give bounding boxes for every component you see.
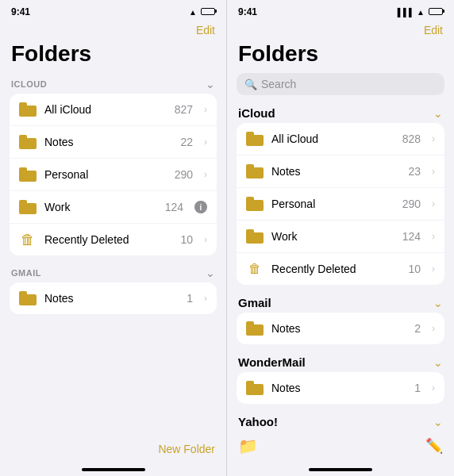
right-gmail-chevron: ⌄ — [433, 297, 443, 309]
left-icloud-section: ICLOUD ⌄ All iCloud 827 › Notes 22 › — [0, 73, 226, 255]
right-icloud-header: iCloud ⌄ — [227, 102, 454, 123]
left-row-notes[interactable]: Notes 22 › — [10, 126, 217, 159]
right-chevron-wondermail-notes: › — [432, 382, 435, 393]
right-chevron-notes: › — [432, 166, 435, 177]
search-bar[interactable]: 🔍 Search — [237, 73, 444, 95]
left-edit-button[interactable]: Edit — [196, 24, 215, 36]
right-yahoo-header: Yahoo! ⌄ — [227, 410, 454, 430]
right-name-notes: Notes — [271, 165, 400, 178]
right-row-all-icloud[interactable]: All iCloud 828 › — [237, 123, 444, 155]
trash-icon-right-recently-deleted: 🗑 — [246, 260, 264, 278]
right-wondermail-header: WonderMail ⌄ — [227, 351, 454, 372]
left-chevron-gmail-notes: › — [204, 293, 207, 304]
right-wondermail-card: Notes 1 › — [237, 372, 444, 404]
left-chevron-personal: › — [204, 169, 207, 180]
folder-icon-gmail-notes — [19, 290, 37, 307]
left-count-all-icloud: 827 — [175, 103, 193, 116]
left-chevron-notes: › — [204, 136, 207, 148]
right-wondermail-section: WonderMail ⌄ Notes 1 › — [227, 351, 454, 404]
new-folder-icon[interactable]: 📁 — [238, 436, 258, 455]
folder-icon-work — [19, 198, 37, 216]
left-home-indicator — [82, 468, 145, 471]
right-count-personal: 290 — [402, 198, 421, 210]
right-chevron-personal: › — [432, 198, 435, 209]
right-yahoo-section: Yahoo! ⌄ Notes 12 › — [227, 410, 454, 430]
right-status-bar: 9:41 ▌▌▌ ▲ — [227, 0, 454, 22]
left-icloud-chevron: ⌄ — [206, 78, 215, 90]
left-status-time: 9:41 — [11, 6, 30, 17]
left-name-personal: Personal — [44, 168, 167, 181]
folder-icon-right-all-icloud — [246, 130, 264, 148]
folder-icon-right-wondermail-notes — [246, 379, 264, 397]
left-header: Edit — [0, 22, 226, 41]
right-yahoo-label: Yahoo! — [238, 415, 278, 428]
right-count-recently-deleted: 10 — [408, 263, 421, 275]
search-icon: 🔍 — [244, 79, 257, 90]
folder-icon-right-notes — [246, 163, 264, 180]
left-status-icons: ▲ — [189, 8, 215, 17]
left-count-notes: 22 — [180, 136, 193, 148]
left-panel: 9:41 ▲ Edit Folders ICLOUD ⌄ All iCloud … — [0, 0, 227, 476]
right-count-wondermail-notes: 1 — [414, 382, 421, 394]
search-placeholder: Search — [261, 78, 296, 90]
left-name-all-icloud: All iCloud — [44, 103, 167, 116]
left-gmail-section: GMAIL ⌄ Notes 1 › — [0, 262, 226, 314]
right-chevron-all-icloud: › — [432, 133, 435, 144]
right-yahoo-chevron: ⌄ — [433, 416, 443, 428]
folder-icon-right-personal — [246, 195, 264, 213]
left-name-recently-deleted: Recently Deleted — [44, 233, 172, 246]
right-count-notes: 23 — [408, 165, 421, 178]
right-name-all-icloud: All iCloud — [271, 132, 394, 145]
left-name-notes: Notes — [44, 136, 172, 148]
right-wifi-icon: ▲ — [417, 8, 425, 17]
wifi-icon: ▲ — [189, 8, 197, 17]
left-bottom-bar: New Folder — [0, 436, 226, 465]
right-name-gmail-notes: Notes — [271, 322, 406, 335]
right-icloud-card: All iCloud 828 › Notes 23 › Personal 290… — [237, 123, 444, 285]
right-icloud-chevron: ⌄ — [433, 107, 443, 120]
right-row-notes[interactable]: Notes 23 › — [237, 155, 444, 188]
right-wondermail-chevron: ⌄ — [433, 356, 443, 369]
left-page-title: Folders — [0, 41, 226, 73]
right-name-personal: Personal — [271, 198, 394, 210]
right-row-work[interactable]: Work 124 › — [237, 221, 444, 253]
right-gmail-label: Gmail — [238, 296, 271, 309]
right-wondermail-label: WonderMail — [238, 355, 306, 369]
right-gmail-card: Notes 2 › — [237, 313, 444, 344]
left-gmail-label: GMAIL — [11, 268, 41, 278]
left-row-all-icloud[interactable]: All iCloud 827 › — [10, 94, 217, 126]
left-row-recently-deleted[interactable]: 🗑 Recently Deleted 10 › — [10, 224, 217, 255]
left-info-badge-work[interactable]: i — [194, 201, 207, 213]
right-gmail-section: Gmail ⌄ Notes 2 › — [227, 291, 454, 344]
right-name-work: Work — [271, 230, 394, 243]
compose-icon[interactable]: ✏️ — [425, 437, 443, 455]
left-name-work: Work — [44, 201, 157, 213]
folder-icon-notes — [19, 133, 37, 151]
right-edit-button[interactable]: Edit — [424, 24, 443, 36]
right-chevron-recently-deleted: › — [432, 263, 435, 274]
right-row-gmail-notes[interactable]: Notes 2 › — [237, 313, 444, 344]
left-chevron-all-icloud: › — [204, 104, 207, 115]
left-row-work[interactable]: Work 124 i — [10, 191, 217, 224]
right-row-recently-deleted[interactable]: 🗑 Recently Deleted 10 › — [237, 253, 444, 285]
left-count-personal: 290 — [175, 168, 193, 181]
folder-icon-personal — [19, 166, 37, 183]
right-icloud-section: iCloud ⌄ All iCloud 828 › Notes 23 › — [227, 102, 454, 285]
signal-icon: ▌▌▌ — [398, 8, 414, 17]
right-status-time: 9:41 — [238, 6, 257, 17]
new-folder-button[interactable]: New Folder — [158, 443, 215, 455]
left-row-gmail-notes[interactable]: Notes 1 › — [10, 282, 217, 314]
right-home-indicator — [309, 468, 372, 471]
trash-icon-recently-deleted: 🗑 — [19, 231, 37, 248]
right-header: Edit — [227, 22, 454, 41]
left-scroll-area: ICLOUD ⌄ All iCloud 827 › Notes 22 › — [0, 73, 226, 436]
right-row-wondermail-notes[interactable]: Notes 1 › — [237, 372, 444, 404]
right-row-personal[interactable]: Personal 290 › — [237, 188, 444, 221]
left-row-personal[interactable]: Personal 290 › — [10, 159, 217, 191]
left-count-work: 124 — [165, 201, 183, 213]
right-scroll-area: iCloud ⌄ All iCloud 828 › Notes 23 › — [227, 102, 454, 430]
left-gmail-card: Notes 1 › — [10, 282, 217, 314]
right-status-icons: ▌▌▌ ▲ — [398, 8, 443, 17]
folder-icon-right-gmail-notes — [246, 320, 264, 337]
right-panel: 9:41 ▌▌▌ ▲ Edit Folders 🔍 Search iCloud … — [227, 0, 454, 476]
